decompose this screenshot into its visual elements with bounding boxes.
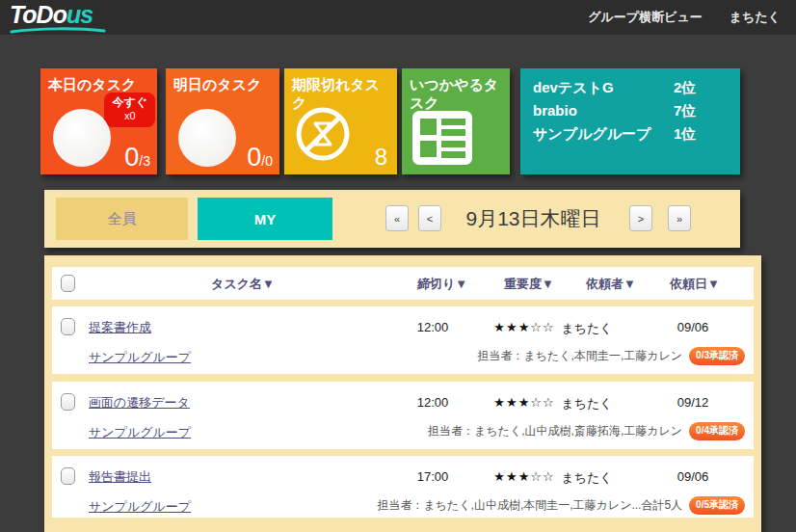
filter-date-bar: 全員 MY « < 9月13日木曜日 > »: [44, 190, 740, 248]
task-requester: まちたく: [534, 395, 640, 412]
column-header-task-name[interactable]: タスク名▼: [89, 276, 397, 293]
table-header-row: タスク名▼ 締切り▼ 重要度▼ 依頼者▼ 依頼日▼: [52, 267, 754, 300]
task-deadline: 12:00: [389, 395, 476, 410]
row-right-info: 担当者：まちたく,山中成樹,本間圭一,工藤カレン...合計5人 0/5承認済: [377, 496, 745, 515]
column-header-requester[interactable]: 依頼者▼: [563, 276, 659, 293]
task-row: 提案書作成 12:00 ★★★☆☆ まちたく 09/06 サンプルグループ 担当…: [52, 306, 754, 374]
task-deadline: 17:00: [389, 469, 476, 484]
task-row: 報告書提出 17:00 ★★★☆☆ まちたく 09/06 サンプルグループ 担当…: [52, 456, 754, 518]
nav-user-menu[interactable]: まちたく: [730, 9, 781, 26]
card-overdue-tasks[interactable]: 期限切れタスク 8: [284, 68, 397, 174]
current-date-label: 9月13日木曜日: [449, 205, 618, 232]
app-logo[interactable]: ToDous: [10, 1, 93, 29]
today-done: 0: [124, 143, 139, 172]
date-first-button[interactable]: «: [385, 205, 409, 231]
column-header-deadline[interactable]: 締切り▼: [399, 276, 486, 293]
card-someday-tasks[interactable]: いつかやるタスク: [402, 68, 510, 174]
task-table-panel: タスク名▼ 締切り▼ 重要度▼ 依頼者▼ 依頼日▼ 提案書作成 12:00 ★★…: [44, 255, 761, 532]
ranking-row[interactable]: サンプルグループ 1位: [533, 125, 727, 144]
task-list-icon: [412, 111, 472, 165]
column-header-request-date[interactable]: 依頼日▼: [647, 276, 743, 293]
top-nav: グループ横断ビュー まちたく: [588, 0, 781, 35]
task-assignees: 担当者：まちたく,山中成樹,本間圭一,工藤カレン...合計5人: [377, 497, 682, 514]
task-group-link[interactable]: サンプルグループ: [89, 349, 191, 366]
approval-status-badge: 0/4承認済: [689, 422, 745, 440]
ranking-position: 2位: [674, 79, 696, 97]
progress-circle: [53, 109, 111, 167]
row-checkbox[interactable]: [61, 318, 75, 335]
group-ranking-panel: devテストG 2位 brabio 7位 サンプルグループ 1位: [520, 68, 740, 174]
today-count: 0/3: [124, 143, 150, 173]
logo-part-us: us: [66, 1, 93, 28]
tomorrow-done: 0: [247, 143, 261, 172]
ranking-row[interactable]: devテストG 2位: [533, 79, 727, 97]
filter-all-button[interactable]: 全員: [56, 198, 188, 240]
approval-status-badge: 0/5承認済: [689, 496, 745, 515]
task-request-date: 09/06: [645, 469, 741, 484]
logo-underline-swoosh-icon: [10, 27, 106, 35]
task-name-link[interactable]: 提案書作成: [89, 319, 151, 336]
ranking-row[interactable]: brabio 7位: [533, 102, 727, 120]
tomorrow-count: 0/0: [247, 143, 273, 173]
task-assignees: 担当者：まちたく,本間圭一,工藤カレン: [477, 348, 682, 364]
task-group-link[interactable]: サンプルグループ: [89, 498, 191, 516]
top-bar: ToDous グループ横断ビュー まちたく: [0, 0, 796, 35]
urgent-count: x0: [112, 110, 147, 123]
card-today-tasks[interactable]: 本日のタスク 今すぐ x0 0/3: [40, 68, 157, 174]
ranking-group-name: devテストG: [533, 79, 674, 97]
card-tomorrow-title: 明日のタスク: [166, 68, 279, 94]
urgent-now-badge: 今すぐ x0: [104, 93, 155, 127]
task-deadline: 12:00: [389, 320, 476, 334]
ranking-group-name: brabio: [533, 102, 674, 120]
task-name-link[interactable]: 画面の遷移データ: [89, 394, 190, 412]
task-request-date: 09/06: [645, 320, 741, 334]
approval-status-badge: 0/3承認済: [689, 347, 745, 365]
task-name-link[interactable]: 報告書提出: [89, 468, 151, 486]
task-requester: まちたく: [534, 320, 640, 337]
row-checkbox[interactable]: [61, 467, 75, 485]
progress-circle: [178, 109, 236, 167]
logo-part-todo: ToDo: [10, 1, 66, 28]
ranking-position: 1位: [674, 125, 696, 144]
select-all-checkbox[interactable]: [61, 275, 75, 292]
row-checkbox[interactable]: [61, 393, 75, 411]
hourglass-expired-icon: [293, 104, 353, 164]
date-last-button[interactable]: »: [668, 205, 691, 231]
date-prev-button[interactable]: <: [418, 205, 441, 231]
filter-my-button[interactable]: MY: [198, 198, 332, 240]
task-requester: まちたく: [534, 469, 640, 487]
overdue-count: 8: [375, 144, 387, 171]
card-tomorrow-tasks[interactable]: 明日のタスク 0/0: [166, 68, 279, 174]
urgent-label: 今すぐ: [112, 95, 147, 110]
ranking-position: 7位: [674, 102, 696, 120]
ranking-group-name: サンプルグループ: [533, 125, 674, 144]
tomorrow-total: /0: [261, 153, 273, 169]
row-right-info: 担当者：まちたく,本間圭一,工藤カレン 0/3承認済: [477, 347, 745, 365]
task-row: 画面の遷移データ 12:00 ★★★☆☆ まちたく 09/12 サンプルグループ…: [52, 382, 754, 449]
logo-text: ToDous: [10, 1, 93, 28]
task-group-link[interactable]: サンプルグループ: [89, 424, 191, 441]
date-next-button[interactable]: >: [629, 205, 652, 231]
nav-group-cross-view[interactable]: グループ横断ビュー: [588, 9, 703, 26]
card-someday-title: いつかやるタスク: [402, 68, 510, 113]
task-request-date: 09/12: [645, 395, 741, 410]
app-window: ToDous グループ横断ビュー まちたく 本日のタスク 今すぐ x0 0/3 …: [0, 0, 796, 532]
task-assignees: 担当者：まちたく,山中成樹,斎藤拓海,工藤カレン: [428, 423, 682, 439]
today-total: /3: [139, 153, 150, 169]
card-today-title: 本日のタスク: [40, 68, 157, 94]
row-right-info: 担当者：まちたく,山中成樹,斎藤拓海,工藤カレン 0/4承認済: [428, 422, 745, 440]
